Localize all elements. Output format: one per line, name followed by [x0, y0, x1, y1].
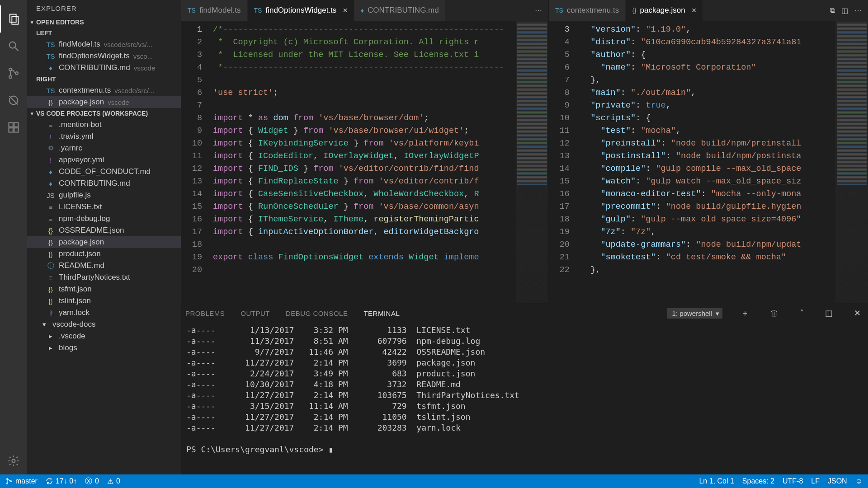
status-branch[interactable]: master: [5, 477, 38, 485]
file-row[interactable]: ⓘREADME.md: [27, 260, 181, 272]
svg-rect-9: [9, 123, 13, 127]
file-row[interactable]: ♦CONTRIBUTING.md: [27, 178, 181, 189]
editor-tab[interactable]: {}package.json×: [626, 0, 703, 21]
explorer-sidebar: EXPLORER ▾ OPEN EDITORS LEFT TSfindModel…: [27, 0, 181, 474]
workspace-header[interactable]: ▾ VS CODE PROJECTS (WORKSPACE): [27, 108, 181, 119]
file-row[interactable]: {}tsfmt.json: [27, 283, 181, 295]
file-row[interactable]: ♦CONTRIBUTING.mdvscode: [27, 62, 181, 74]
folder-row[interactable]: ▸.vscode: [27, 330, 181, 342]
folder-name: blogs: [59, 343, 77, 352]
editor-tab[interactable]: ♦CONTRIBUTING.md: [354, 0, 446, 21]
file-row[interactable]: {}product.json: [27, 248, 181, 260]
file-icon: ♦: [46, 168, 55, 176]
file-icon: {}: [46, 286, 55, 293]
minimap[interactable]: [516, 21, 548, 303]
file-row[interactable]: JSgulpfile.js: [27, 189, 181, 201]
activity-explorer-icon[interactable]: [0, 5, 27, 33]
file-row[interactable]: {}package.json: [27, 236, 181, 248]
terminal-selector[interactable]: 1: powershell ▾: [667, 308, 722, 319]
file-name: CONTRIBUTING.md: [59, 63, 130, 72]
status-lncol[interactable]: Ln 1, Col 1: [699, 477, 734, 485]
editors-region: TSfindModel.tsTSfindOptionsWidget.ts×♦CO…: [181, 0, 868, 474]
editor-tab[interactable]: TSfindModel.ts: [181, 0, 248, 21]
file-icon: ≡: [46, 215, 55, 223]
code-editor-right[interactable]: 345678910111213141516171819202122 "versi…: [549, 21, 868, 303]
chevron-right-icon: ▸: [46, 344, 55, 352]
file-icon: ≡: [46, 203, 55, 211]
more-actions-icon[interactable]: ⋯: [854, 6, 862, 15]
file-row[interactable]: TSfindOptionsWidget.tsvsco...: [27, 50, 181, 62]
chevron-down-icon: ▾: [31, 111, 33, 117]
close-tab-icon[interactable]: ×: [692, 6, 697, 15]
tab-overflow-icon[interactable]: ⋯: [535, 6, 542, 15]
terminal-output[interactable]: -a---- 1/13/2017 3:32 PM 1133 LICENSE.tx…: [181, 323, 868, 474]
file-row[interactable]: ⚷yarn.lock: [27, 307, 181, 319]
file-row[interactable]: ⚙.yarnrc: [27, 142, 181, 154]
new-terminal-button[interactable]: ＋: [738, 308, 752, 319]
panel-close-icon[interactable]: ✕: [851, 308, 863, 318]
panel-tab[interactable]: OUTPUT: [241, 310, 270, 317]
code-editor-left[interactable]: 1234567891011121314151617181920 /*------…: [181, 21, 548, 303]
file-row[interactable]: ♦CODE_OF_CONDUCT.md: [27, 166, 181, 178]
file-icon: !: [46, 156, 55, 164]
file-name: appveyor.yml: [59, 155, 104, 164]
close-tab-icon[interactable]: ×: [343, 6, 348, 15]
status-encoding[interactable]: UTF-8: [783, 477, 803, 485]
panel-tab[interactable]: DEBUG CONSOLE: [286, 310, 348, 317]
panel-up-icon[interactable]: ˄: [797, 308, 807, 318]
tab-label: findModel.ts: [199, 6, 241, 15]
panel-layout-icon[interactable]: ◫: [822, 308, 835, 318]
file-row[interactable]: ≡.mention-bot: [27, 119, 181, 131]
file-name: .mention-bot: [59, 120, 102, 129]
sidebar-title: EXPLORER: [27, 0, 181, 17]
status-sync[interactable]: 17↓ 0↑: [46, 477, 77, 485]
file-name: package.json: [59, 238, 104, 247]
status-bar: master 17↓ 0↑ ⓧ0 ⚠0 Ln 1, Col 1 Spaces: …: [0, 474, 868, 488]
kill-terminal-button[interactable]: 🗑: [768, 309, 781, 318]
compare-icon[interactable]: ⧉: [830, 6, 835, 15]
activity-settings-icon[interactable]: [0, 447, 27, 474]
file-row[interactable]: ≡LICENSE.txt: [27, 201, 181, 213]
chevron-down-icon: ▾: [31, 19, 33, 25]
split-editor-icon[interactable]: ◫: [841, 6, 848, 15]
file-row[interactable]: {}tslint.json: [27, 295, 181, 307]
file-row[interactable]: {}package.jsonvscode: [27, 96, 181, 108]
status-spaces[interactable]: Spaces: 2: [742, 477, 774, 485]
tab-label: contextmenu.ts: [567, 6, 619, 15]
file-row[interactable]: !appveyor.yml: [27, 154, 181, 166]
minimap[interactable]: [835, 21, 868, 303]
panel-tab[interactable]: PROBLEMS: [185, 310, 225, 317]
status-feedback-icon[interactable]: ☺: [855, 477, 863, 485]
folder-row[interactable]: ▾vscode-docs: [27, 319, 181, 330]
panel-tab[interactable]: TERMINAL: [363, 310, 400, 317]
folder-row[interactable]: ▸blogs: [27, 342, 181, 354]
file-icon: ≡: [46, 121, 55, 129]
panel-tabs: PROBLEMSOUTPUTDEBUG CONSOLETERMINAL 1: p…: [181, 303, 868, 323]
file-row[interactable]: TSfindModel.tsvscode/src/vs/...: [27, 38, 181, 50]
caret-down-icon: ▾: [716, 310, 719, 318]
activity-bar: [0, 0, 27, 474]
editor-tab[interactable]: TSfindOptionsWidget.ts×: [248, 0, 354, 21]
activity-extensions-icon[interactable]: [0, 114, 27, 141]
file-row[interactable]: !.travis.yml: [27, 131, 181, 142]
file-row[interactable]: {}OSSREADME.json: [27, 225, 181, 236]
file-icon: TS: [555, 7, 563, 14]
svg-point-13: [12, 460, 15, 463]
status-errors[interactable]: ⓧ0: [85, 477, 99, 486]
file-row[interactable]: ≡npm-debug.log: [27, 213, 181, 225]
file-icon: !: [46, 133, 55, 141]
file-meta: vscode/src/vs/...: [104, 41, 153, 48]
editor-tab[interactable]: TScontextmenu.ts: [549, 0, 626, 21]
chevron-right-icon: ▸: [46, 332, 55, 340]
file-icon: {}: [632, 7, 636, 14]
status-lang[interactable]: JSON: [828, 477, 847, 485]
activity-scm-icon[interactable]: [0, 60, 27, 87]
open-editors-header[interactable]: ▾ OPEN EDITORS: [27, 17, 181, 28]
activity-search-icon[interactable]: [0, 33, 27, 60]
status-eol[interactable]: LF: [811, 477, 820, 485]
status-warnings[interactable]: ⚠0: [107, 477, 120, 486]
file-row[interactable]: TScontextmenu.tsvscode/src/...: [27, 84, 181, 96]
file-row[interactable]: ≡ThirdPartyNotices.txt: [27, 272, 181, 283]
file-icon: ⚙: [46, 144, 55, 152]
activity-debug-icon[interactable]: [0, 87, 27, 114]
